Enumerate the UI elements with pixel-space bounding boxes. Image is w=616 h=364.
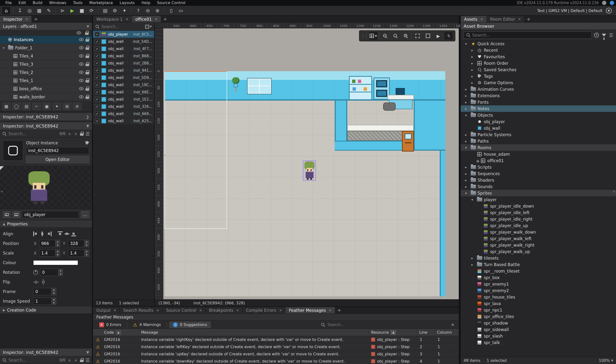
align-bottom-button[interactable]	[71, 232, 76, 236]
asset-scripts[interactable]: ▸Scripts	[461, 164, 616, 170]
chevron-right-icon[interactable]: ▸	[463, 178, 469, 182]
new-instance-layer-button[interactable]: ▦	[2, 103, 11, 110]
asset-sequences[interactable]: ▸Sequences	[461, 170, 616, 177]
search-next-button[interactable]: ∨	[74, 132, 78, 136]
chevron-right-icon[interactable]: ▸	[469, 61, 475, 65]
flip-horizontal-button[interactable]: ◁▷	[33, 280, 39, 284]
properties-header[interactable]: ▲ Properties	[0, 220, 92, 228]
monitor-button[interactable]: ▯	[167, 6, 176, 15]
lock-icon[interactable]	[80, 132, 83, 136]
asset-search-input[interactable]	[472, 33, 589, 38]
resize-handle[interactable]	[0, 166, 4, 170]
plugins-button[interactable]: ✦	[120, 6, 129, 15]
open-editor-button[interactable]: Open Editor	[26, 156, 89, 163]
zoom-out-button[interactable]: ⊖	[144, 6, 152, 15]
lock-icon[interactable]	[80, 358, 83, 362]
asset-notes[interactable]: ▸Notes	[461, 105, 616, 112]
visibility-eye-icon[interactable]	[79, 38, 83, 41]
asset-spr-player-walk-up[interactable]: spr_player_walk_up	[461, 248, 616, 255]
close-icon[interactable]: ✕	[329, 308, 332, 312]
asset-player[interactable]: ▾player	[461, 196, 616, 203]
settings-button[interactable]: ⚙	[110, 6, 119, 15]
output-tab-output[interactable]: Output✕	[93, 307, 120, 313]
align-middle-v-button[interactable]	[65, 232, 69, 236]
frame-input[interactable]: 0▲▼	[33, 288, 56, 295]
close-icon[interactable]: ✕	[125, 17, 128, 21]
layer-tiles-4[interactable]: Tiles_4	[0, 52, 92, 60]
suggestions-filter-button[interactable]: i 0 Suggestions	[169, 322, 211, 328]
asset-obj-player[interactable]: obj_player	[461, 118, 616, 125]
errors-filter-button[interactable]: ✕ 0 Errors	[96, 322, 125, 328]
chevron-right-icon[interactable]: ▸	[469, 68, 475, 72]
stepper[interactable]: ▲▼	[84, 250, 89, 257]
gamepad-button[interactable]: ▦	[35, 6, 44, 15]
menu-tools[interactable]: Tools	[69, 0, 86, 6]
close-icon[interactable]: ✕	[155, 17, 157, 21]
instance-row-inst-1e2[interactable]: ✓obj_wallinst_1E2...	[93, 96, 154, 103]
align-center-h-button[interactable]	[40, 232, 45, 236]
layer-tiles-1[interactable]: Tiles_1	[0, 77, 92, 85]
debug-button[interactable]: ⊳	[58, 6, 67, 15]
chevron-down-icon[interactable]: ▾	[469, 198, 475, 202]
visibility-eye-icon[interactable]	[79, 79, 83, 82]
chevron-right-icon[interactable]: ▸	[469, 55, 475, 59]
position-y-input[interactable]: 328▲▼	[68, 240, 89, 247]
asset-spr-player-idle-down[interactable]: spr_player_idle_down	[461, 203, 616, 209]
align-top-button[interactable]	[58, 232, 63, 236]
visibility-eye-icon[interactable]	[79, 87, 83, 90]
instance-row-inst-4f7[interactable]: ✓obj_wallinst_4F7...	[93, 45, 154, 52]
asset-room-order[interactable]: ▸Room Order	[461, 60, 616, 66]
filter-icon[interactable]	[602, 34, 606, 37]
asset-spr-box[interactable]: spr_box	[461, 274, 616, 281]
run-button[interactable]: ▶	[68, 6, 77, 15]
creation-code-header[interactable]: ▶ Creation Code	[0, 307, 92, 314]
lock-icon[interactable]	[85, 62, 89, 66]
asset-favourites[interactable]: ▸♥Favourites	[461, 53, 616, 60]
zoom-reset-button[interactable]	[391, 31, 400, 40]
close-icon[interactable]: ✕	[113, 308, 116, 312]
eye-icon[interactable]	[77, 31, 81, 34]
new-tile-layer-button[interactable]: ▤	[22, 103, 31, 110]
sort-asc-icon[interactable]: ▲	[391, 330, 396, 335]
close-icon[interactable]: ✕	[518, 17, 521, 21]
feather-search-input[interactable]	[328, 322, 447, 327]
user-account-icon[interactable]	[602, 1, 606, 5]
laptop-button[interactable]: ▭	[177, 6, 185, 15]
assets-tab-assets[interactable]: Assets✕	[461, 16, 487, 22]
chevron-right-icon[interactable]: ▸	[463, 100, 469, 104]
asset-spr-npc1[interactable]: spr_npc1	[461, 307, 616, 313]
asset-spr-shadow[interactable]: spr_shadow	[461, 320, 616, 326]
stepper[interactable]: ▲▼	[84, 240, 89, 247]
instance-row-inst-326[interactable]: ✓obj_wallinst_326...	[93, 103, 154, 110]
asset-sounds[interactable]: ▸Sounds	[461, 183, 616, 190]
instance-name-field[interactable]: inst_6C5E8942	[26, 147, 89, 154]
brush-button[interactable]: ✎	[44, 6, 53, 15]
feather-message-row[interactable]: ⚠GM2016Instance variable 'downKey' decla…	[93, 358, 459, 364]
grid-settings-button[interactable]: ▼	[369, 31, 378, 40]
sprite-preview[interactable]	[0, 166, 92, 209]
asset-spr-player-idle-right[interactable]: spr_player_idle_right	[461, 216, 616, 222]
zoom-out-button[interactable]: −	[381, 31, 390, 40]
new-tab-button[interactable]: +	[32, 16, 40, 22]
asset-spr-room-tileset[interactable]: spr__room_tileset	[461, 268, 616, 274]
chevron-right-icon[interactable]: ▸	[463, 139, 469, 143]
zoom-in-button[interactable]: +	[401, 31, 410, 40]
asset-paths[interactable]: ▸Paths	[461, 138, 616, 144]
lock-icon[interactable]	[85, 46, 89, 50]
asset-quick-access[interactable]: ▾★Quick Access	[461, 40, 616, 47]
instance-row-inst-a25[interactable]: ✓obj_wallinst_A25...	[93, 117, 154, 125]
asset-spr-player-walk-left[interactable]: spr_player_walk_left	[461, 235, 616, 242]
close-icon[interactable]: ✕	[25, 17, 28, 21]
asset-tilesets[interactable]: ▸tilesets	[461, 255, 616, 261]
menu-source-control[interactable]: Source Control	[154, 0, 189, 6]
instance-row-inst-669[interactable]: ✓obj_wallinst_669...	[93, 110, 154, 117]
close-icon[interactable]: ✕	[199, 308, 202, 312]
stepper[interactable]: ▲▼	[55, 250, 60, 257]
instance-row-inst-941[interactable]: ✓obj_wallinst_941...	[93, 67, 154, 74]
new-tab-button[interactable]: +	[524, 16, 533, 22]
close-icon[interactable]: ✕	[480, 17, 483, 21]
lock-icon[interactable]	[85, 54, 89, 58]
output-tab-compile-errors[interactable]: Compile Errors✕	[243, 307, 286, 313]
output-tab-feather-messages[interactable]: Feather Messages✕	[286, 307, 335, 313]
close-icon[interactable]: ✕	[236, 308, 239, 312]
